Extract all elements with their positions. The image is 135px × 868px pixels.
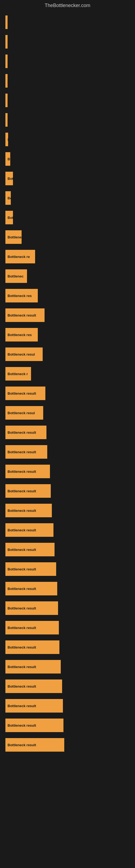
- bar: Bottleneck result: [5, 386, 45, 400]
- bar-row: Bottleneck result: [5, 462, 130, 481]
- bar: Bottleneck res: [5, 328, 38, 341]
- bar: R: [5, 55, 8, 68]
- bar-row: Bottleneck result: [5, 579, 130, 598]
- bar-row: Bottleneck result: [5, 383, 130, 403]
- bar-row: B: [5, 130, 130, 149]
- bar: Bottleneck re: [5, 250, 35, 264]
- bar: Bottleneck result: [5, 641, 59, 654]
- bar-row: Bottleneck result: [5, 618, 130, 638]
- bar: Bottleneck result: [5, 523, 53, 537]
- bar: Bottleneck result: [5, 680, 62, 693]
- bar-row: |: [5, 32, 130, 52]
- bar-row: Bottleneck result: [5, 540, 130, 559]
- bar: Bottleneck result: [5, 484, 51, 498]
- bar: |: [5, 35, 8, 49]
- bar-row: Bottleneck result: [5, 638, 130, 657]
- bar-row: Bottleneck res: [5, 325, 130, 344]
- bar-row: Bottleneck r: [5, 364, 130, 383]
- bar-row: Bo: [5, 149, 130, 169]
- bar: Bot: [5, 211, 13, 224]
- bar: Bottleneck result: [5, 738, 64, 752]
- bar-row: Bottleneck resul: [5, 403, 130, 423]
- bar: Bottleneck res: [5, 289, 38, 303]
- bar-row: Bottleneck result: [5, 423, 130, 442]
- bar-row: Bottleneck result: [5, 501, 130, 520]
- bar-row: Bot: [5, 208, 130, 227]
- bar: Bottleneck resul: [5, 406, 43, 420]
- bar: Bottleneck result: [5, 308, 45, 322]
- bar-row: Bottleneck res: [5, 286, 130, 305]
- bar-row: Bottleneck result: [5, 442, 130, 462]
- bar-row: Bottleneck result: [5, 520, 130, 540]
- bar-row: Bottleneck result: [5, 305, 130, 325]
- bar: Bottlene: [5, 230, 21, 244]
- bar: |: [5, 94, 8, 107]
- bar-row: Bottleneck result: [5, 696, 130, 716]
- bar-row: Bottleneck result: [5, 735, 130, 755]
- bars-container: ||R||RBBoBotBoBotBottleneBottleneck reBo…: [5, 10, 130, 757]
- bar: R: [5, 113, 8, 127]
- bar-row: Bot: [5, 169, 130, 188]
- bar: Bottleneck result: [5, 582, 57, 595]
- bar-row: Bottlene: [5, 227, 130, 247]
- bar: Bottleneck result: [5, 718, 63, 732]
- bar: Bottleneck r: [5, 367, 31, 380]
- bar: Bottleneck result: [5, 445, 47, 459]
- bar-row: Bottlenec: [5, 267, 130, 286]
- bar: Bottlenec: [5, 269, 27, 283]
- bar-row: Bottleneck re: [5, 247, 130, 267]
- bar-row: Bottleneck result: [5, 481, 130, 501]
- bar: Bo: [5, 152, 10, 166]
- bar-row: |: [5, 71, 130, 91]
- bar: B: [5, 133, 8, 146]
- bar: Bottleneck result: [5, 543, 54, 556]
- bar: Bottleneck result: [5, 504, 52, 517]
- bar: Bot: [5, 172, 13, 185]
- bar-row: Bottleneck result: [5, 716, 130, 735]
- bar: Bottleneck result: [5, 465, 50, 478]
- bar: Bottleneck result: [5, 621, 59, 634]
- bar-row: Bottleneck result: [5, 598, 130, 618]
- bar-row: Bo: [5, 188, 130, 208]
- bar: Bottleneck result: [5, 601, 58, 615]
- bar: Bottleneck result: [5, 562, 56, 576]
- bar: Bo: [5, 191, 11, 205]
- bar-row: R: [5, 52, 130, 71]
- bar-row: R: [5, 110, 130, 130]
- bar: |: [5, 16, 8, 29]
- bar: Bottleneck result: [5, 660, 61, 674]
- bar: Bottleneck resul: [5, 347, 43, 361]
- bar-row: Bottleneck result: [5, 677, 130, 696]
- bar: Bottleneck result: [5, 699, 63, 713]
- bar-row: |: [5, 91, 130, 110]
- bar: |: [5, 74, 8, 88]
- bar-row: Bottleneck result: [5, 559, 130, 579]
- site-title: TheBottlenecker.com: [0, 0, 135, 10]
- bar-row: Bottleneck result: [5, 657, 130, 677]
- bar-row: |: [5, 12, 130, 32]
- bar: Bottleneck result: [5, 426, 46, 439]
- bar-row: Bottleneck resul: [5, 344, 130, 364]
